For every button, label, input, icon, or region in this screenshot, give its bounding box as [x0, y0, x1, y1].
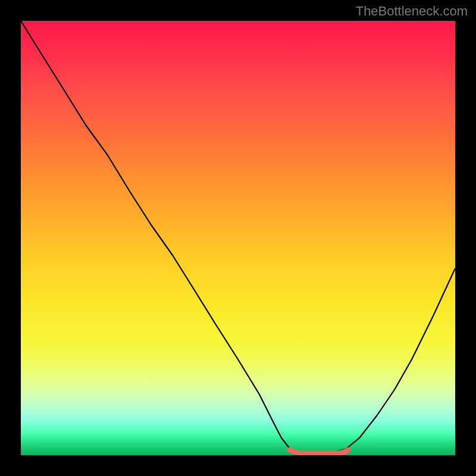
curve-svg	[21, 21, 455, 455]
plot-area	[21, 21, 455, 455]
chart-container: TheBottleneck.com	[0, 0, 476, 476]
watermark-text: TheBottleneck.com	[356, 4, 468, 19]
bottleneck-curve-path	[21, 21, 455, 455]
